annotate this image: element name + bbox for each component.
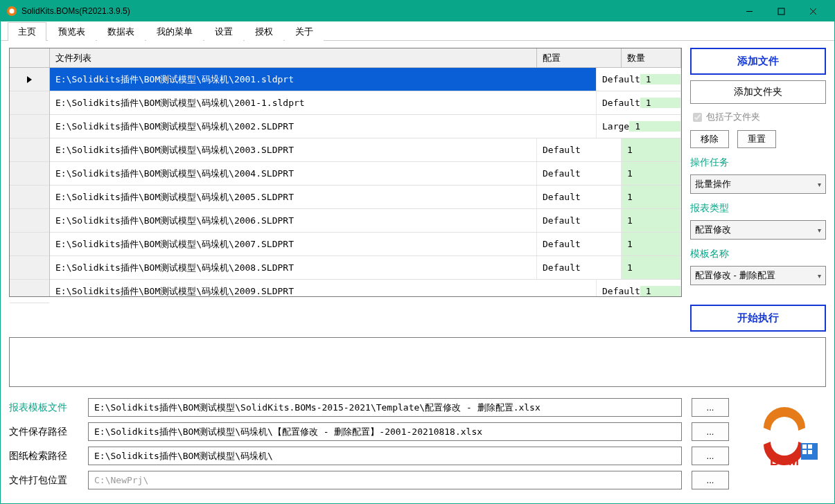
- cell-file: E:\Solidkits插件\BOM测试模型\码垛机\2006.SLDPRT: [50, 209, 537, 232]
- cell-qty: 1: [622, 138, 681, 161]
- cell-qty: 1: [629, 121, 681, 132]
- row-header[interactable]: [10, 68, 49, 91]
- report-type-label: 报表类型: [690, 199, 826, 215]
- row-header[interactable]: [10, 256, 49, 280]
- cell-qty: 1: [640, 74, 681, 84]
- svg-rect-3: [778, 8, 784, 15]
- cell-qty: 1: [622, 162, 681, 185]
- task-select[interactable]: 批量操作▾: [690, 174, 826, 194]
- tab-3[interactable]: 我的菜单: [146, 22, 203, 41]
- pack-browse-button[interactable]: ...: [692, 471, 729, 489]
- svg-rect-9: [802, 450, 807, 454]
- save-browse-button[interactable]: ...: [692, 422, 729, 441]
- svg-rect-7: [802, 444, 807, 449]
- row-header[interactable]: [10, 186, 49, 209]
- cell-qty: 1: [640, 98, 681, 108]
- tab-5[interactable]: 授权: [245, 22, 283, 41]
- report-type-select[interactable]: 配置修改▾: [690, 220, 826, 240]
- table-row[interactable]: E:\Solidkits插件\BOM测试模型\码垛机\2008.SLDPRTDe…: [50, 256, 681, 280]
- drawing-browse-button[interactable]: ...: [692, 447, 729, 465]
- save-path-label: 文件保存路径: [9, 426, 78, 438]
- pack-path-input: [88, 471, 682, 489]
- tab-1[interactable]: 预览表: [48, 22, 96, 41]
- app-logo: BOM: [743, 398, 826, 474]
- app-icon: [6, 6, 17, 17]
- cell-config: Default1: [597, 91, 681, 114]
- tab-4[interactable]: 设置: [204, 22, 243, 41]
- titlebar[interactable]: SolidKits.BOMs(R2021.3.9.5): [1, 1, 834, 21]
- col-header-config[interactable]: 配置: [537, 48, 622, 67]
- cell-config: Default: [537, 162, 622, 185]
- row-header[interactable]: [10, 233, 49, 256]
- pack-path-label: 文件打包位置: [9, 474, 78, 487]
- svg-text:BOM: BOM: [770, 454, 799, 468]
- template-browse-button[interactable]: ...: [692, 398, 729, 417]
- table-row[interactable]: E:\Solidkits插件\BOM测试模型\码垛机\2009.SLDPRTDe…: [50, 280, 681, 296]
- table-row[interactable]: E:\Solidkits插件\BOM测试模型\码垛机\2001-1.sldprt…: [50, 91, 681, 115]
- table-row[interactable]: E:\Solidkits插件\BOM测试模型\码垛机\2003.SLDPRTDe…: [50, 138, 681, 162]
- close-button[interactable]: [797, 1, 829, 21]
- add-folder-button[interactable]: 添加文件夹: [690, 80, 826, 104]
- svg-rect-10: [808, 450, 812, 454]
- tab-2[interactable]: 数据表: [97, 22, 145, 41]
- table-row[interactable]: E:\Solidkits插件\BOM测试模型\码垛机\2006.SLDPRTDe…: [50, 209, 681, 233]
- cell-config: Default1: [597, 68, 681, 91]
- tab-6[interactable]: 关于: [285, 22, 324, 41]
- cell-qty: 1: [622, 233, 681, 255]
- cell-config: Default: [537, 138, 622, 161]
- cell-file: E:\Solidkits插件\BOM测试模型\码垛机\2002.SLDPRT: [50, 115, 597, 138]
- cell-config: Default: [537, 256, 622, 279]
- row-header[interactable]: [10, 162, 49, 186]
- table-row[interactable]: E:\Solidkits插件\BOM测试模型\码垛机\2004.SLDPRTDe…: [50, 162, 681, 186]
- drawing-path-input[interactable]: [88, 447, 682, 465]
- minimize-button[interactable]: [733, 1, 765, 21]
- row-header[interactable]: [10, 91, 49, 115]
- cell-config: Default1: [597, 280, 681, 296]
- template-path-input[interactable]: [88, 398, 682, 417]
- tab-0[interactable]: 主页: [8, 22, 46, 41]
- cell-file: E:\Solidkits插件\BOM测试模型\码垛机\2001-1.sldprt: [50, 91, 597, 114]
- cell-file: E:\Solidkits插件\BOM测试模型\码垛机\2007.SLDPRT: [50, 233, 537, 255]
- cell-qty: 1: [622, 209, 681, 232]
- cell-qty: 1: [640, 286, 681, 296]
- template-select[interactable]: 配置修改 - 删除配置▾: [690, 266, 826, 285]
- row-header[interactable]: [10, 115, 49, 138]
- cell-file: E:\Solidkits插件\BOM测试模型\码垛机\2001.sldprt: [50, 68, 597, 91]
- cell-file: E:\Solidkits插件\BOM测试模型\码垛机\2005.SLDPRT: [50, 186, 537, 208]
- row-header[interactable]: [10, 280, 49, 303]
- table-row[interactable]: E:\Solidkits插件\BOM测试模型\码垛机\2001.sldprtDe…: [50, 68, 681, 91]
- svg-rect-8: [808, 444, 812, 449]
- cell-file: E:\Solidkits插件\BOM测试模型\码垛机\2009.SLDPRT: [50, 280, 597, 296]
- maximize-button[interactable]: [765, 1, 797, 21]
- template-label: 模板名称: [690, 245, 826, 260]
- col-header-qty[interactable]: 数量: [622, 48, 681, 67]
- cell-file: E:\Solidkits插件\BOM测试模型\码垛机\2004.SLDPRT: [50, 162, 537, 185]
- reset-button[interactable]: 重置: [737, 130, 776, 148]
- col-header-file[interactable]: 文件列表: [50, 48, 537, 67]
- cell-qty: 1: [622, 256, 681, 279]
- row-header[interactable]: [10, 209, 49, 233]
- table-row[interactable]: E:\Solidkits插件\BOM测试模型\码垛机\2007.SLDPRTDe…: [50, 233, 681, 256]
- file-grid[interactable]: 文件列表 配置 数量 E:\Solidkits插件\BOM测试模型\码垛机\20…: [9, 48, 682, 297]
- cell-config: Large1: [597, 115, 681, 138]
- task-label: 操作任务: [690, 154, 826, 169]
- cell-config: Default: [537, 233, 622, 255]
- log-output: [9, 337, 826, 387]
- window-title: SolidKits.BOMs(R2021.3.9.5): [21, 6, 733, 16]
- include-sub-check[interactable]: [693, 113, 702, 122]
- table-row[interactable]: E:\Solidkits插件\BOM测试模型\码垛机\2002.SLDPRTLa…: [50, 115, 681, 138]
- table-row[interactable]: E:\Solidkits插件\BOM测试模型\码垛机\2005.SLDPRTDe…: [50, 186, 681, 209]
- add-file-button[interactable]: 添加文件: [690, 48, 826, 75]
- row-header[interactable]: [10, 138, 49, 162]
- save-path-input[interactable]: [88, 422, 682, 441]
- chevron-down-icon: ▾: [818, 181, 821, 188]
- cell-file: E:\Solidkits插件\BOM测试模型\码垛机\2008.SLDPRT: [50, 256, 537, 279]
- cell-config: Default: [537, 209, 622, 232]
- cell-file: E:\Solidkits插件\BOM测试模型\码垛机\2003.SLDPRT: [50, 138, 537, 161]
- template-path-label: 报表模板文件: [9, 402, 78, 414]
- remove-button[interactable]: 移除: [690, 130, 729, 148]
- svg-point-1: [10, 9, 15, 14]
- include-subfolder-checkbox[interactable]: 包括子文件夹: [690, 109, 826, 125]
- chevron-down-icon: ▾: [818, 272, 821, 280]
- execute-button[interactable]: 开始执行: [690, 305, 826, 332]
